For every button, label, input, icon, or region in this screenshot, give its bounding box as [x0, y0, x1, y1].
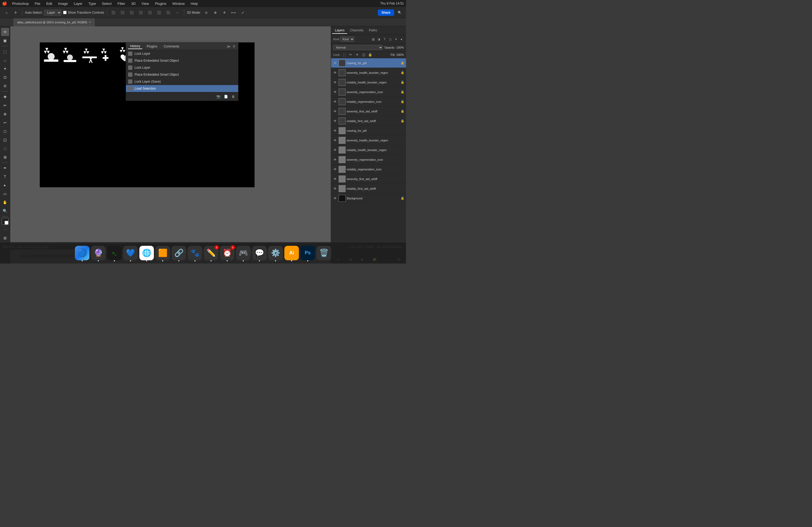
layer-thumb-11[interactable]	[338, 166, 346, 173]
blur-tool[interactable]: ◌	[1, 144, 9, 152]
filter-shape-btn[interactable]: ◻	[388, 37, 393, 42]
layer-thumb-4[interactable]	[338, 98, 346, 105]
dock-icon-sketchbook[interactable]: ✏️1	[204, 246, 218, 260]
layer-thumb-3[interactable]	[338, 89, 346, 95]
layer-row-12[interactable]: 👁 severely_first_aid_whiff	[331, 174, 406, 184]
history-brush-tool[interactable]: ↩	[1, 119, 9, 127]
stamp-tool[interactable]: ⊕	[1, 110, 9, 118]
snapshot-btn[interactable]: 📷	[216, 94, 221, 99]
layer-visibility-10[interactable]: 👁	[333, 157, 337, 162]
heal-tool[interactable]: ✚	[1, 93, 9, 101]
panel-expand-btn[interactable]: ≫	[226, 44, 231, 48]
layer-visibility-7[interactable]: 👁	[333, 128, 337, 133]
layer-visibility-2[interactable]: 👁	[333, 80, 337, 85]
history-item-2[interactable]: Lock Layer	[126, 64, 238, 71]
layer-thumb-8[interactable]	[338, 137, 346, 144]
3d-roll-btn[interactable]: ⊕	[212, 9, 219, 16]
dock-icon-finder[interactable]: 🔵	[75, 246, 89, 260]
canvas-area[interactable]: History Plugins Comments ≫ ☰ Lock LayerP…	[10, 26, 331, 264]
move-tool[interactable]: ✛	[1, 28, 9, 36]
home-btn[interactable]: ⌂	[3, 9, 10, 16]
layer-row-8[interactable]: 👁 severely_health_booster_regen	[331, 136, 406, 145]
layer-row-0[interactable]: 👁 craving_for_pill 🔒	[331, 58, 406, 68]
layer-row-13[interactable]: 👁 notably_first_aid_whiff	[331, 184, 406, 194]
dodge-tool[interactable]: ◍	[1, 153, 9, 161]
history-item-1[interactable]: Place Embedded Smart Object	[126, 57, 238, 64]
lock-transparent-btn[interactable]: ⬚	[342, 52, 347, 57]
edit-toolbar[interactable]: ⊞	[1, 234, 9, 242]
layer-row-7[interactable]: 👁 craving_for_pill	[331, 126, 406, 136]
layer-visibility-11[interactable]: 👁	[333, 167, 337, 172]
layer-visibility-1[interactable]: 👁	[333, 70, 337, 75]
tab-channels[interactable]: Channels	[347, 27, 366, 34]
dock-icon-paw[interactable]: 🐾	[188, 246, 202, 260]
layer-visibility-13[interactable]: 👁	[333, 186, 337, 191]
3d-pan-btn[interactable]: ✛	[221, 9, 228, 16]
history-item-4[interactable]: Lock Layer (Save)	[126, 78, 238, 85]
extra-tools[interactable]: ⋯	[1, 225, 9, 234]
layer-thumb-6[interactable]	[338, 118, 346, 124]
align-right-btn[interactable]: ⬛	[128, 9, 135, 16]
text-tool[interactable]: T	[1, 172, 9, 181]
transform-controls-input[interactable]	[63, 11, 67, 14]
layer-visibility-5[interactable]: 👁	[333, 109, 337, 114]
crop-tool[interactable]: ⊡	[1, 73, 9, 81]
pen-tool[interactable]: ✒	[1, 164, 9, 172]
blend-mode-select[interactable]: Normal	[333, 45, 383, 50]
lock-position-btn[interactable]: ✛	[355, 52, 360, 57]
path-select-tool[interactable]: ▸	[1, 181, 9, 189]
search-btn[interactable]: 🔍	[396, 9, 403, 16]
menu-plugins[interactable]: Plugins	[154, 2, 168, 6]
layer-visibility-8[interactable]: 👁	[333, 138, 337, 143]
layer-thumb-12[interactable]	[338, 176, 346, 182]
tab-layers[interactable]: Layers	[332, 27, 347, 34]
layer-visibility-9[interactable]: 👁	[333, 148, 337, 152]
dock-icon-vs-code[interactable]: 💙	[123, 246, 138, 260]
distribute-btn[interactable]: ⬛	[137, 9, 145, 16]
filter-toggle-btn[interactable]: ●	[399, 37, 404, 42]
layer-visibility-4[interactable]: 👁	[333, 99, 337, 104]
layer-thumb-14[interactable]	[338, 195, 346, 202]
layer-row-6[interactable]: 👁 notably_first_aid_whiff 🔒	[331, 116, 406, 126]
layer-visibility-0[interactable]: 👁	[333, 61, 337, 65]
layer-thumb-1[interactable]	[338, 69, 346, 76]
kind-select[interactable]: Kind	[340, 36, 354, 42]
dock-icon-illustrator[interactable]: Ai	[284, 246, 299, 260]
menu-window[interactable]: Window	[171, 2, 186, 6]
align-left-btn[interactable]: ⬛	[110, 9, 117, 16]
lasso-tool[interactable]: ⌓	[1, 56, 9, 64]
dock-icon-terminal[interactable]: >_	[107, 246, 122, 260]
dock-icon-hypercal[interactable]: 🔗	[172, 246, 186, 260]
dock-icon-trash[interactable]: 🗑️	[317, 246, 331, 260]
history-tab[interactable]: History	[128, 44, 142, 49]
dock-icon-clock[interactable]: ⏰1	[220, 246, 234, 260]
filter-pixel-btn[interactable]: ▨	[371, 37, 376, 42]
more-options-btn[interactable]: ···	[174, 9, 181, 16]
layer-row-2[interactable]: 👁 notably_health_booster_regen 🔒	[331, 77, 406, 87]
eraser-tool[interactable]: ◻	[1, 127, 9, 135]
history-item-5[interactable]: Load Selection	[126, 85, 238, 92]
tab-close-btn[interactable]: ✕	[89, 21, 91, 24]
layer-visibility-14[interactable]: 👁	[333, 196, 337, 201]
transform-controls-checkbox[interactable]: Show Transform Controls	[63, 11, 104, 15]
menu-edit[interactable]: Edit	[45, 2, 53, 6]
align-middle-btn[interactable]: ⬛	[156, 9, 163, 16]
delete-state-btn[interactable]: 🗑	[231, 94, 236, 99]
zoom-tool[interactable]: 🔍	[1, 207, 9, 215]
layer-row-10[interactable]: 👁 severely_regeneration_icon	[331, 155, 406, 165]
foreground-color[interactable]	[2, 218, 9, 225]
lock-all-btn[interactable]: 🔒	[367, 52, 373, 57]
lock-artboard-btn[interactable]: ◫	[361, 52, 366, 57]
marquee-tool[interactable]: ⬚	[1, 47, 9, 56]
layer-thumb-2[interactable]	[338, 79, 346, 86]
layer-row-11[interactable]: 👁 notably_regeneration_icon	[331, 165, 406, 174]
share-button[interactable]: Share	[378, 10, 394, 16]
fill-value[interactable]: 100%	[396, 53, 404, 56]
menu-view[interactable]: View	[141, 2, 150, 6]
opacity-value[interactable]: 100%	[396, 46, 404, 49]
layer-thumb-0[interactable]	[338, 60, 346, 66]
dock-icon-photoshop[interactable]: Ps	[301, 246, 315, 260]
brush-tool[interactable]: ✏	[1, 102, 9, 109]
layer-row-3[interactable]: 👁 severely_regeneration_icon 🔒	[331, 87, 406, 97]
new-doc-btn[interactable]: 📄	[223, 94, 229, 99]
